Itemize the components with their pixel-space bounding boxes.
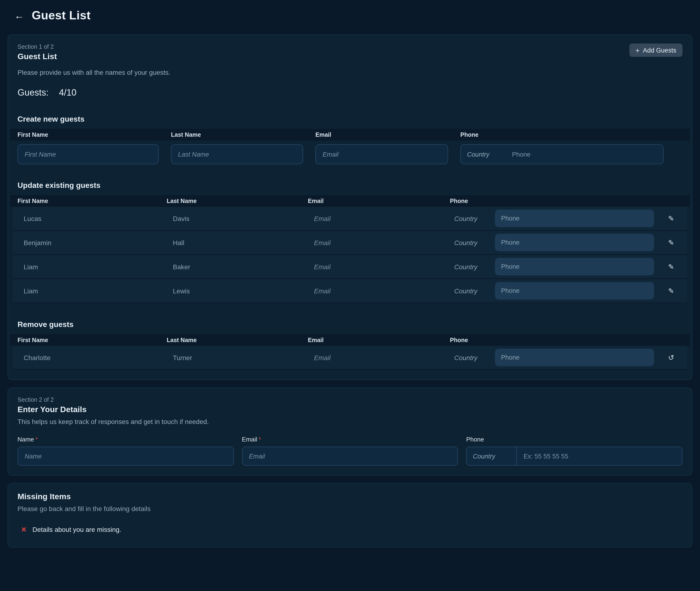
name-label: Name* [17, 436, 234, 443]
country-select[interactable]: Country [467, 447, 517, 465]
col-email: Email [308, 198, 450, 204]
page-header: ← Guest List [8, 0, 692, 27]
col-first-name: First Name [17, 131, 171, 138]
undo-icon: ↺ [668, 353, 674, 361]
page-title: Guest List [32, 8, 91, 22]
new-first-name-input[interactable] [17, 144, 159, 164]
remove-guests-heading: Remove guests [17, 320, 683, 329]
col-last-name: Last Name [167, 337, 308, 343]
new-last-name-input[interactable] [171, 144, 303, 164]
col-phone: Phone [460, 131, 683, 138]
pencil-icon: ✎ [668, 214, 674, 222]
phone-label: Phone [466, 436, 683, 443]
missing-items-description: Please go back and fill in the following… [17, 505, 683, 513]
col-email: Email [315, 131, 460, 138]
missing-item-text: Details about you are missing. [33, 526, 121, 533]
col-phone: Phone [450, 337, 660, 343]
guests-count: 4/10 [59, 87, 76, 97]
guest-row: Lucas Davis Email Country ✎ [13, 207, 687, 231]
guest-phone-cell: Country [450, 258, 660, 275]
section-missing-items: Missing Items Please go back and fill in… [8, 483, 692, 547]
section-description: This helps us keep track of responses an… [17, 418, 683, 425]
update-table-header: First Name Last Name Email Phone [10, 195, 690, 207]
guest-row: Benjamin Hall Email Country ✎ [13, 231, 687, 255]
page: ← Guest List Section 1 of 2 Guest List +… [0, 0, 700, 591]
guest-email-placeholder: Email [308, 214, 450, 222]
create-guest-row: Country [17, 144, 683, 164]
edit-guest-button[interactable]: ✎ [668, 214, 674, 223]
add-guests-button[interactable]: + Add Guests [629, 44, 683, 57]
phone-field-group: Phone Country [466, 436, 683, 466]
section-heading-block: Section 1 of 2 Guest List [17, 44, 57, 62]
guest-first-name: Liam [17, 287, 167, 294]
error-x-icon: × [21, 525, 26, 534]
pencil-icon: ✎ [668, 262, 674, 270]
edit-guest-button[interactable]: ✎ [668, 286, 674, 295]
pencil-icon: ✎ [668, 286, 674, 294]
new-phone-input[interactable] [508, 145, 663, 164]
col-last-name: Last Name [167, 198, 308, 204]
edit-guest-button[interactable]: ✎ [668, 238, 674, 247]
col-last-name: Last Name [171, 131, 315, 138]
guest-phone-cell: Country [450, 349, 660, 366]
create-guests-heading: Create new guests [17, 115, 683, 124]
guest-phone-input[interactable] [495, 258, 654, 275]
email-field-group: Email* [242, 436, 458, 466]
guest-email-placeholder: Email [308, 263, 450, 270]
email-field[interactable] [242, 447, 458, 466]
guest-phone-input[interactable] [495, 210, 654, 227]
col-first-name: First Name [17, 337, 167, 343]
guest-country-select[interactable]: Country [450, 239, 495, 246]
section-label: Section 1 of 2 [17, 44, 57, 50]
create-table-header: First Name Last Name Email Phone [10, 129, 690, 140]
missing-items-title: Missing Items [17, 492, 683, 502]
guest-first-name: Charlotte [17, 354, 167, 361]
new-phone-group: Country [460, 144, 663, 164]
removed-guest-row: Charlotte Turner Email Country ↺ [13, 346, 687, 370]
guest-country-select[interactable]: Country [450, 214, 495, 222]
section-guest-list: Section 1 of 2 Guest List + Add Guests P… [8, 35, 692, 380]
guest-phone-cell: Country [450, 234, 660, 251]
col-email: Email [308, 337, 450, 343]
section-your-details: Section 2 of 2 Enter Your Details This h… [8, 388, 692, 475]
guest-row: Liam Baker Email Country ✎ [13, 255, 687, 279]
guest-phone-input[interactable] [495, 234, 654, 251]
guest-phone-input[interactable] [495, 349, 654, 366]
section-title: Guest List [17, 52, 57, 62]
guest-email-placeholder: Email [308, 239, 450, 246]
update-guests-heading: Update existing guests [17, 181, 683, 190]
new-country-select[interactable]: Country [461, 151, 508, 158]
guest-last-name: Lewis [167, 287, 308, 294]
name-field[interactable] [17, 447, 234, 466]
email-label: Email* [242, 436, 458, 443]
remove-table-header: First Name Last Name Email Phone [10, 334, 690, 346]
guest-country-select[interactable]: Country [450, 354, 495, 361]
guest-phone-input[interactable] [495, 282, 654, 300]
pencil-icon: ✎ [668, 238, 674, 246]
new-email-input[interactable] [315, 144, 448, 164]
required-marker: * [258, 436, 261, 443]
add-guests-label: Add Guests [643, 47, 676, 54]
guests-label: Guests: [17, 87, 49, 97]
phone-field[interactable] [517, 447, 682, 465]
edit-guest-button[interactable]: ✎ [668, 262, 674, 271]
guest-email-placeholder: Email [308, 354, 450, 361]
guest-last-name: Turner [167, 354, 308, 361]
guest-country-select[interactable]: Country [450, 263, 495, 270]
guest-last-name: Baker [167, 263, 308, 270]
restore-guest-button[interactable]: ↺ [668, 353, 674, 362]
phone-input-group: Country [466, 447, 683, 466]
guest-country-select[interactable]: Country [450, 287, 495, 294]
guest-email-placeholder: Email [308, 287, 450, 294]
col-first-name: First Name [17, 198, 167, 204]
section-description: Please provide us with all the names of … [17, 69, 683, 76]
guest-phone-cell: Country [450, 282, 660, 300]
name-field-group: Name* [17, 436, 234, 466]
section-title: Enter Your Details [17, 405, 683, 414]
required-marker: * [35, 436, 38, 443]
missing-item: × Details about you are missing. [17, 525, 683, 537]
back-button[interactable]: ← [14, 10, 24, 20]
plus-icon: + [635, 47, 640, 54]
guest-first-name: Benjamin [17, 239, 167, 246]
section-label: Section 2 of 2 [17, 397, 683, 403]
